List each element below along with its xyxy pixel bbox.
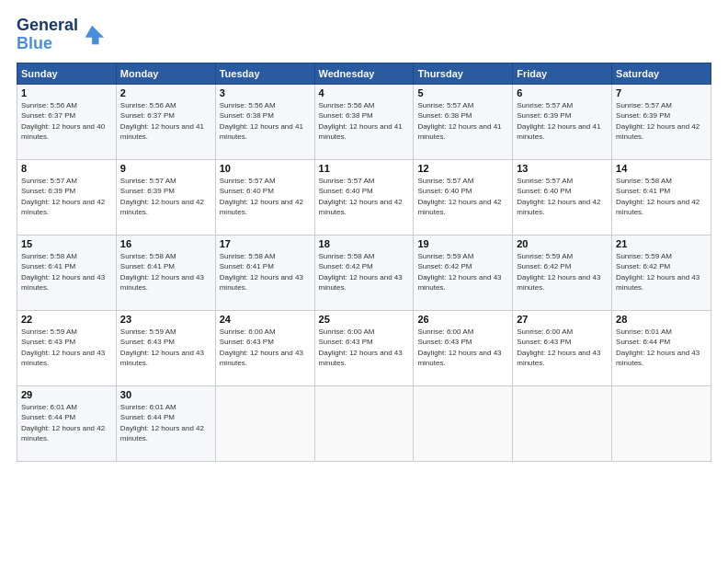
calendar-cell: 25Sunrise: 6:00 AMSunset: 6:43 PMDayligh… <box>314 310 414 385</box>
col-tuesday: Tuesday <box>215 63 314 84</box>
col-thursday: Thursday <box>414 63 513 84</box>
calendar-week-row: 29Sunrise: 6:01 AMSunset: 6:44 PMDayligh… <box>17 385 711 461</box>
calendar-cell: 28Sunrise: 6:01 AMSunset: 6:44 PMDayligh… <box>612 310 711 385</box>
day-number: 16 <box>120 238 211 249</box>
logo-text: GeneralBlue <box>17 17 78 53</box>
calendar-cell: 2Sunrise: 5:56 AMSunset: 6:37 PMDaylight… <box>116 84 215 159</box>
day-info: Sunrise: 6:00 AMSunset: 6:43 PMDaylight:… <box>417 327 508 369</box>
day-info: Sunrise: 6:00 AMSunset: 6:43 PMDaylight:… <box>517 327 608 369</box>
day-number: 19 <box>417 238 508 249</box>
day-number: 30 <box>120 389 211 400</box>
calendar-cell: 27Sunrise: 6:00 AMSunset: 6:43 PMDayligh… <box>513 310 612 385</box>
calendar-header-row: Sunday Monday Tuesday Wednesday Thursday… <box>17 63 711 84</box>
day-info: Sunrise: 6:01 AMSunset: 6:44 PMDaylight:… <box>120 402 211 444</box>
day-number: 7 <box>616 87 707 98</box>
day-number: 17 <box>220 238 311 249</box>
day-number: 28 <box>616 314 707 325</box>
calendar-cell: 1Sunrise: 5:56 AMSunset: 6:37 PMDaylight… <box>17 84 117 159</box>
day-number: 14 <box>616 163 707 174</box>
day-number: 6 <box>517 87 608 98</box>
day-number: 20 <box>517 238 608 249</box>
day-number: 24 <box>220 314 311 325</box>
day-info: Sunrise: 5:57 AMSunset: 6:40 PMDaylight:… <box>220 176 311 218</box>
day-info: Sunrise: 5:58 AMSunset: 6:41 PMDaylight:… <box>21 251 112 293</box>
day-info: Sunrise: 6:01 AMSunset: 6:44 PMDaylight:… <box>21 402 112 444</box>
day-info: Sunrise: 5:59 AMSunset: 6:43 PMDaylight:… <box>120 327 211 369</box>
day-info: Sunrise: 5:58 AMSunset: 6:42 PMDaylight:… <box>319 251 410 293</box>
day-info: Sunrise: 5:57 AMSunset: 6:39 PMDaylight:… <box>616 100 707 143</box>
header: GeneralBlue <box>17 17 711 53</box>
col-monday: Monday <box>116 63 215 84</box>
calendar-cell: 15Sunrise: 5:58 AMSunset: 6:41 PMDayligh… <box>17 235 117 310</box>
calendar-cell <box>612 385 711 461</box>
page: GeneralBlue Sunday Monday Tuesday Wednes… <box>0 0 728 563</box>
day-info: Sunrise: 5:57 AMSunset: 6:39 PMDaylight:… <box>120 176 211 218</box>
day-number: 13 <box>517 163 608 174</box>
calendar-table: Sunday Monday Tuesday Wednesday Thursday… <box>17 63 711 462</box>
calendar-week-row: 22Sunrise: 5:59 AMSunset: 6:43 PMDayligh… <box>17 310 711 385</box>
day-info: Sunrise: 6:01 AMSunset: 6:44 PMDaylight:… <box>616 327 707 369</box>
day-number: 15 <box>21 238 112 249</box>
day-number: 10 <box>220 163 311 174</box>
calendar-cell <box>215 385 314 461</box>
calendar-cell: 19Sunrise: 5:59 AMSunset: 6:42 PMDayligh… <box>414 235 513 310</box>
day-info: Sunrise: 5:56 AMSunset: 6:38 PMDaylight:… <box>220 100 311 143</box>
day-number: 26 <box>417 314 508 325</box>
calendar-cell: 3Sunrise: 5:56 AMSunset: 6:38 PMDaylight… <box>215 84 314 159</box>
day-info: Sunrise: 5:58 AMSunset: 6:41 PMDaylight:… <box>616 176 707 218</box>
calendar-cell <box>513 385 612 461</box>
col-wednesday: Wednesday <box>314 63 414 84</box>
day-info: Sunrise: 5:56 AMSunset: 6:37 PMDaylight:… <box>120 100 211 143</box>
day-info: Sunrise: 5:59 AMSunset: 6:42 PMDaylight:… <box>417 251 508 293</box>
day-number: 25 <box>319 314 410 325</box>
day-info: Sunrise: 5:57 AMSunset: 6:39 PMDaylight:… <box>21 176 112 218</box>
day-info: Sunrise: 5:59 AMSunset: 6:43 PMDaylight:… <box>21 327 112 369</box>
day-info: Sunrise: 5:59 AMSunset: 6:42 PMDaylight:… <box>517 251 608 293</box>
calendar-week-row: 8Sunrise: 5:57 AMSunset: 6:39 PMDaylight… <box>17 159 711 235</box>
day-info: Sunrise: 5:58 AMSunset: 6:41 PMDaylight:… <box>120 251 211 293</box>
calendar-cell <box>414 385 513 461</box>
svg-marker-0 <box>85 26 105 45</box>
calendar-cell: 11Sunrise: 5:57 AMSunset: 6:40 PMDayligh… <box>314 159 414 235</box>
day-number: 27 <box>517 314 608 325</box>
col-friday: Friday <box>513 63 612 84</box>
day-info: Sunrise: 6:00 AMSunset: 6:43 PMDaylight:… <box>220 327 311 369</box>
calendar-cell: 24Sunrise: 6:00 AMSunset: 6:43 PMDayligh… <box>215 310 314 385</box>
calendar-cell: 21Sunrise: 5:59 AMSunset: 6:42 PMDayligh… <box>612 235 711 310</box>
day-number: 18 <box>319 238 410 249</box>
calendar-cell: 30Sunrise: 6:01 AMSunset: 6:44 PMDayligh… <box>116 385 215 461</box>
calendar-cell: 29Sunrise: 6:01 AMSunset: 6:44 PMDayligh… <box>17 385 117 461</box>
day-number: 12 <box>417 163 508 174</box>
day-info: Sunrise: 5:59 AMSunset: 6:42 PMDaylight:… <box>616 251 707 293</box>
day-number: 29 <box>21 389 112 400</box>
day-number: 2 <box>120 87 211 98</box>
calendar-cell: 12Sunrise: 5:57 AMSunset: 6:40 PMDayligh… <box>414 159 513 235</box>
day-number: 3 <box>220 87 311 98</box>
calendar-cell: 10Sunrise: 5:57 AMSunset: 6:40 PMDayligh… <box>215 159 314 235</box>
day-number: 21 <box>616 238 707 249</box>
day-number: 23 <box>120 314 211 325</box>
calendar-cell: 18Sunrise: 5:58 AMSunset: 6:42 PMDayligh… <box>314 235 414 310</box>
calendar-cell: 26Sunrise: 6:00 AMSunset: 6:43 PMDayligh… <box>414 310 513 385</box>
day-number: 11 <box>319 163 410 174</box>
day-info: Sunrise: 6:00 AMSunset: 6:43 PMDaylight:… <box>319 327 410 369</box>
day-number: 5 <box>417 87 508 98</box>
calendar-cell: 9Sunrise: 5:57 AMSunset: 6:39 PMDaylight… <box>116 159 215 235</box>
calendar-cell: 16Sunrise: 5:58 AMSunset: 6:41 PMDayligh… <box>116 235 215 310</box>
calendar-cell: 17Sunrise: 5:58 AMSunset: 6:41 PMDayligh… <box>215 235 314 310</box>
calendar-cell: 4Sunrise: 5:56 AMSunset: 6:38 PMDaylight… <box>314 84 414 159</box>
col-sunday: Sunday <box>17 63 117 84</box>
col-saturday: Saturday <box>612 63 711 84</box>
calendar-cell: 8Sunrise: 5:57 AMSunset: 6:39 PMDaylight… <box>17 159 117 235</box>
calendar-cell: 23Sunrise: 5:59 AMSunset: 6:43 PMDayligh… <box>116 310 215 385</box>
calendar-cell: 13Sunrise: 5:57 AMSunset: 6:40 PMDayligh… <box>513 159 612 235</box>
calendar-cell <box>314 385 414 461</box>
logo-blue: Blue <box>17 34 52 52</box>
day-number: 22 <box>21 314 112 325</box>
calendar-cell: 5Sunrise: 5:57 AMSunset: 6:38 PMDaylight… <box>414 84 513 159</box>
calendar-cell: 20Sunrise: 5:59 AMSunset: 6:42 PMDayligh… <box>513 235 612 310</box>
day-info: Sunrise: 5:56 AMSunset: 6:37 PMDaylight:… <box>21 100 112 143</box>
calendar-week-row: 15Sunrise: 5:58 AMSunset: 6:41 PMDayligh… <box>17 235 711 310</box>
calendar-cell: 22Sunrise: 5:59 AMSunset: 6:43 PMDayligh… <box>17 310 117 385</box>
calendar-cell: 7Sunrise: 5:57 AMSunset: 6:39 PMDaylight… <box>612 84 711 159</box>
